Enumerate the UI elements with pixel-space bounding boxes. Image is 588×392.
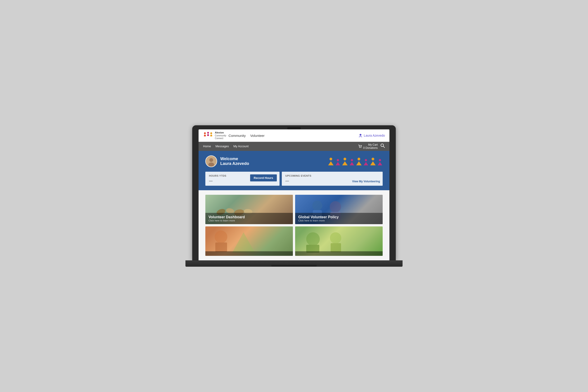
hero-person-7 [370,157,376,165]
cards-grid: Volunteer Dashboard Click here to learn … [205,195,383,256]
cart-label: My Cart [363,143,378,146]
hero-person-5 [356,157,362,165]
search-icon [380,144,385,148]
stats-row: HOURS YTDs — Record Hours UPCOMING EVENT… [199,172,389,190]
search-button[interactable] [380,144,385,149]
logo-area: Alexion Community Connect [203,131,226,140]
upcoming-events-label: UPCOMING EVENTS [285,174,379,177]
card-3-overlay [205,251,293,256]
welcome-text: Welcome Laura Azevedo [220,156,249,166]
avatar [205,156,217,167]
svg-point-14 [351,159,353,161]
svg-rect-32 [331,243,341,252]
nav-my-account[interactable]: My Account [233,144,249,148]
laptop-base [185,260,403,267]
svg-point-29 [306,232,320,246]
card-4-decoration [299,228,345,253]
svg-point-0 [204,132,206,134]
user-area: Laura Azevedo [358,134,385,138]
nav-volunteer[interactable]: Volunteer [250,134,264,138]
hero-person-8 [377,158,383,165]
svg-point-11 [330,158,332,160]
svg-point-25 [330,201,341,212]
card-1-overlay: Volunteer Dashboard Click here to learn … [205,213,293,224]
donations-count: 0 Donations [363,146,378,150]
svg-point-1 [207,132,209,134]
svg-point-31 [330,232,341,244]
nav-home[interactable]: Home [203,144,211,148]
svg-point-2 [210,132,212,134]
hero-person-4 [349,158,355,165]
cart-area: My Cart 0 Donations [358,143,378,150]
user-name: Laura Azevedo [364,134,385,137]
svg-point-23 [312,201,322,210]
record-hours-button[interactable]: Record Hours [250,174,277,182]
svg-point-27 [215,230,227,243]
svg-point-17 [372,158,374,160]
card-item-4[interactable] [295,226,383,256]
upcoming-events-card: UPCOMING EVENTS — View My Volunteering [282,172,383,186]
svg-rect-28 [215,242,227,252]
nav-messages[interactable]: Messages [215,144,229,148]
card-4-overlay [295,251,383,256]
laptop-screen-outer: Alexion Community Connect Community Volu… [192,125,396,260]
cart-info: My Cart 0 Donations [363,143,378,150]
view-volunteering-link[interactable]: View My Volunteering [352,180,380,183]
brand-name: Alexion [215,131,226,134]
card-volunteer-dashboard[interactable]: Volunteer Dashboard Click here to learn … [205,195,293,224]
svg-point-3 [360,134,361,136]
svg-point-13 [344,158,346,160]
site-header: Alexion Community Connect Community Volu… [199,130,389,142]
welcome-name: Laura Azevedo [220,161,249,166]
card-item-3[interactable] [205,226,293,256]
main-nav: Community Volunteer [229,134,265,138]
secondary-nav: Home Messages My Account My Cart 0 Dona [199,142,389,151]
laptop-notch [287,127,301,130]
hero-person-1 [327,157,334,165]
welcome-greeting: Welcome [220,156,249,161]
hero-person-6 [363,158,369,165]
hero-icons [327,157,383,165]
cart-icon [358,144,362,148]
hero-section: Welcome Laura Azevedo [199,151,389,172]
svg-point-9 [209,158,213,162]
nav-community[interactable]: Community [229,134,246,138]
brand-logo-icon [203,132,213,140]
cards-section: Volunteer Dashboard Click here to learn … [199,190,389,260]
logo-line2: Community [215,134,226,137]
logo-text: Alexion Community Connect [215,131,226,140]
svg-line-7 [383,146,385,148]
laptop-screen-inner: Alexion Community Connect Community Volu… [199,130,389,260]
svg-point-6 [381,144,384,146]
svg-point-12 [337,159,339,161]
svg-point-18 [379,159,381,161]
hero-person-3 [342,157,348,165]
secondary-nav-right: My Cart 0 Donations [358,143,385,150]
card-1-subtitle: Click here to learn more [208,219,290,222]
svg-point-10 [208,162,214,166]
hours-ytd-card: HOURS YTDs — Record Hours [205,172,280,186]
brand-header-left: Alexion Community Connect Community Volu… [203,131,265,140]
card-2-subtitle: Click here to learn more [298,219,380,222]
card-1-title: Volunteer Dashboard [208,215,290,219]
welcome-area: Welcome Laura Azevedo [205,156,249,167]
card-3-decoration [210,228,255,253]
secondary-nav-left: Home Messages My Account [203,144,249,148]
svg-point-5 [361,147,361,148]
user-icon [358,134,363,138]
svg-point-4 [359,147,360,148]
card-global-volunteer-policy[interactable]: Global Volunteer Policy Click here to le… [295,195,383,224]
card-2-overlay: Global Volunteer Policy Click here to le… [295,213,383,224]
laptop-wrapper: Alexion Community Connect Community Volu… [192,125,396,266]
hero-person-2 [335,158,341,165]
logo-line3: Connect [215,137,226,140]
svg-point-15 [358,158,360,160]
svg-point-16 [365,159,367,161]
card-2-title: Global Volunteer Policy [298,215,380,219]
